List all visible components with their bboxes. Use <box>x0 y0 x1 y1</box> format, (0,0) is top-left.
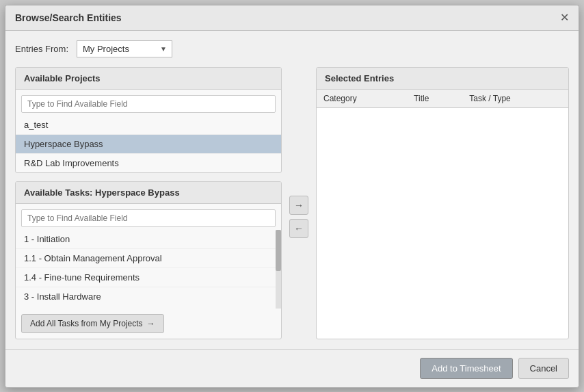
right-panel: Selected Entries Category Title Task / T… <box>316 67 569 339</box>
arrow-right-icon: → <box>147 319 155 328</box>
list-item[interactable]: 1.4 - Fine-tune Requirements <box>16 268 281 287</box>
col-task-type: Task / Type <box>462 90 568 108</box>
modal-footer: Add to Timesheet Cancel <box>5 349 579 387</box>
move-right-button[interactable]: → <box>289 196 308 215</box>
task-list-wrapper[interactable]: 1 - Initiation 1.1 - Obtain Management A… <box>16 230 281 309</box>
cancel-button[interactable]: Cancel <box>518 358 569 379</box>
list-item[interactable]: 3 - Install Hardware <box>16 287 281 306</box>
entries-from-row: Entries From: My Projects All Projects ▼ <box>15 40 569 57</box>
task-list: 1 - Initiation 1.1 - Obtain Management A… <box>16 230 281 306</box>
add-to-timesheet-button[interactable]: Add to Timesheet <box>420 358 512 379</box>
close-button[interactable]: ✕ <box>560 12 569 23</box>
projects-search-input[interactable] <box>21 95 276 113</box>
list-item[interactable]: R&D Lab Improvements <box>16 154 281 172</box>
panels-row: Available Projects a_test Hyperspace Byp… <box>15 67 569 339</box>
tasks-search-input[interactable] <box>21 209 276 227</box>
project-list: a_test Hyperspace Bypass R&D Lab Improve… <box>16 116 281 172</box>
selected-entries-table: Category Title Task / Type <box>317 90 568 108</box>
modal-container: Browse/Search Entities ✕ Entries From: M… <box>5 5 579 388</box>
available-tasks-header: Available Tasks: Hyperspace Bypass <box>16 182 281 204</box>
add-all-label: Add All Tasks from My Projects <box>30 319 143 328</box>
available-tasks-box: Available Tasks: Hyperspace Bypass 1 - I… <box>15 181 282 339</box>
left-panel: Available Projects a_test Hyperspace Byp… <box>15 67 282 339</box>
entries-from-select-wrapper: My Projects All Projects ▼ <box>77 40 172 57</box>
list-item[interactable]: a_test <box>16 116 281 135</box>
list-item[interactable]: Hyperspace Bypass <box>16 135 281 154</box>
entries-from-label: Entries From: <box>15 44 70 54</box>
modal-title: Browse/Search Entities <box>15 12 122 23</box>
col-title: Title <box>407 90 462 108</box>
projects-search-wrapper <box>16 90 281 116</box>
scrollbar-thumb[interactable] <box>276 230 281 271</box>
list-item[interactable]: 1.1 - Obtain Management Approval <box>16 249 281 268</box>
scrollbar[interactable] <box>276 230 281 309</box>
add-all-tasks-button[interactable]: Add All Tasks from My Projects → <box>21 314 164 333</box>
middle-controls: → ← <box>282 67 316 339</box>
entries-from-select[interactable]: My Projects All Projects <box>77 40 172 57</box>
selected-entries-box: Selected Entries Category Title Task / T… <box>316 67 569 339</box>
col-category: Category <box>317 90 407 108</box>
selected-entries-header: Selected Entries <box>317 68 568 90</box>
available-projects-box: Available Projects a_test Hyperspace Byp… <box>15 67 282 173</box>
modal-header: Browse/Search Entities ✕ <box>5 5 579 31</box>
list-item[interactable]: 1 - Initiation <box>16 230 281 249</box>
available-projects-header: Available Projects <box>16 68 281 90</box>
modal-body: Entries From: My Projects All Projects ▼… <box>5 31 579 349</box>
tasks-search-wrapper <box>16 204 281 230</box>
move-left-button[interactable]: ← <box>289 219 308 238</box>
